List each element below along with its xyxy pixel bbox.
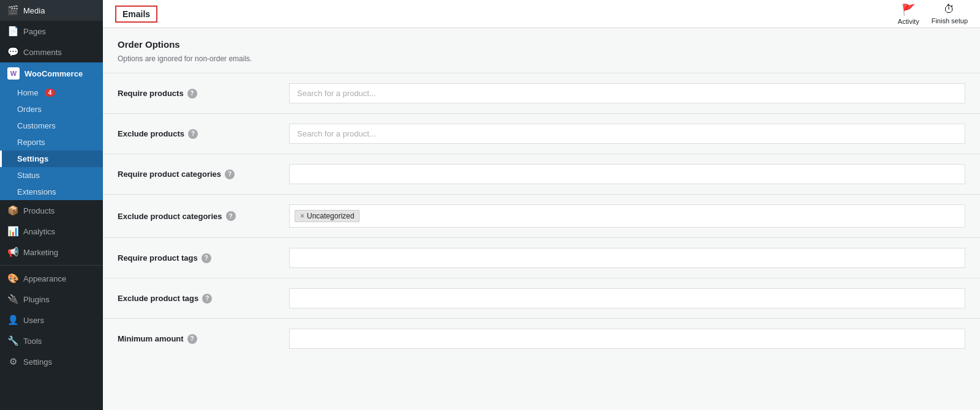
sidebar-item-analytics[interactable]: 📊 Analytics [0,221,103,242]
woocommerce-icon: W [7,67,20,80]
sidebar-item-comments[interactable]: 💬 Comments [0,42,103,62]
topbar: Emails 🚩 Activity ⏱ Finish setup [103,0,980,28]
settings-label: Settings [17,154,48,163]
exclude-tags-label: Exclude product tags [118,294,198,303]
exclude-tags-input[interactable] [289,288,965,308]
table-row: Require products ? [103,73,980,114]
tag-label: Uncategorized [307,212,354,220]
analytics-label: Analytics [23,227,55,236]
table-row: Exclude product categories ? × Uncategor… [103,195,980,238]
sidebar-item-pages-label: Pages [23,27,46,36]
exclude-tags-input-cell [274,278,980,319]
require-products-input-cell [274,73,980,114]
minimum-amount-label-cell: Minimum amount ? [103,319,274,359]
topbar-right: 🚩 Activity ⏱ Finish setup [898,3,968,25]
sidebar-item-settings[interactable]: Settings [0,151,103,167]
marketing-label: Marketing [23,248,58,257]
section-subtitle: Options are ignored for non-order emails… [103,54,980,73]
exclude-tags-label-inner: Exclude product tags ? [118,294,260,304]
exclude-categories-tag-input[interactable]: × Uncategorized [289,204,965,228]
require-categories-help-icon[interactable]: ? [225,170,235,179]
sidebar-item-customers[interactable]: Customers [0,117,103,134]
sidebar-item-home[interactable]: Home 4 [0,84,103,101]
status-label: Status [17,171,40,180]
sidebar-item-products[interactable]: 📦 Products [0,200,103,221]
require-products-help-icon[interactable]: ? [187,89,197,99]
remove-tag-icon[interactable]: × [300,212,304,220]
minimum-amount-input[interactable] [289,329,965,349]
sidebar-item-reports[interactable]: Reports [0,134,103,151]
sidebar-item-marketing[interactable]: 📢 Marketing [0,242,103,263]
minimum-amount-label: Minimum amount [118,334,184,343]
require-tags-help-icon[interactable]: ? [202,253,211,263]
sidebar-item-plugins[interactable]: 🔌 Plugins [0,289,103,310]
orders-label: Orders [17,105,42,114]
reports-label: Reports [17,138,45,147]
exclude-tags-help-icon[interactable]: ? [202,294,212,304]
require-tags-label-inner: Require product tags ? [118,253,260,263]
sidebar: 🎬 Media 📄 Pages 💬 Comments W WooCommerce… [0,0,103,410]
require-products-label-cell: Require products ? [103,73,274,114]
home-label: Home [17,88,39,97]
settings2-icon: ⚙ [7,356,18,367]
require-tags-input-cell [274,238,980,278]
main-area: Emails 🚩 Activity ⏱ Finish setup Order O… [103,0,980,410]
exclude-products-label: Exclude products [118,129,184,138]
require-tags-label: Require product tags [118,253,198,263]
sidebar-item-status[interactable]: Status [0,167,103,184]
woocommerce-section: W WooCommerce Home 4 Orders Customers Re… [0,62,103,200]
pages-icon: 📄 [7,26,18,37]
woocommerce-header[interactable]: W WooCommerce [0,62,103,84]
sidebar-item-users[interactable]: 👤 Users [0,310,103,330]
require-categories-label-inner: Require product categories ? [118,170,260,179]
emails-tab[interactable]: Emails [115,6,157,23]
activity-icon: 🚩 [902,3,915,17]
require-categories-label-cell: Require product categories ? [103,154,274,195]
sidebar-item-appearance[interactable]: 🎨 Appearance [0,268,103,289]
sidebar-item-tools[interactable]: 🔧 Tools [0,330,103,351]
products-label: Products [23,206,55,215]
sidebar-item-media[interactable]: 🎬 Media [0,0,103,21]
exclude-products-help-icon[interactable]: ? [188,129,198,139]
plugins-icon: 🔌 [7,294,18,305]
finish-setup-label: Finish setup [932,17,968,24]
uncategorized-tag: × Uncategorized [295,210,360,222]
finish-setup-button[interactable]: ⏱ Finish setup [932,3,968,24]
exclude-tags-label-cell: Exclude product tags ? [103,278,274,319]
minimum-amount-help-icon[interactable]: ? [187,334,197,344]
marketing-icon: 📢 [7,247,18,258]
require-categories-label: Require product categories [118,170,221,179]
require-categories-input-cell [274,154,980,195]
table-row: Require product tags ? [103,238,980,278]
sidebar-item-extensions[interactable]: Extensions [0,184,103,200]
require-tags-input[interactable] [289,248,965,268]
exclude-categories-label: Exclude product categories [118,212,222,221]
exclude-products-input[interactable] [289,124,965,144]
exclude-categories-label-inner: Exclude product categories ? [118,211,260,221]
sidebar-item-comments-label: Comments [23,48,62,57]
products-icon: 📦 [7,205,18,216]
require-categories-input[interactable] [289,164,965,184]
comments-icon: 💬 [7,47,18,58]
sidebar-item-orders[interactable]: Orders [0,101,103,117]
analytics-icon: 📊 [7,226,18,237]
require-products-label-inner: Require products ? [118,89,260,99]
appearance-icon: 🎨 [7,273,18,284]
exclude-products-input-cell [274,114,980,154]
require-products-label: Require products [118,89,184,98]
content-area: Order Options Options are ignored for no… [103,28,980,410]
sidebar-item-settings2[interactable]: ⚙ Settings [0,351,103,372]
sidebar-item-pages[interactable]: 📄 Pages [0,21,103,42]
home-badge: 4 [45,89,56,97]
exclude-categories-label-cell: Exclude product categories ? [103,195,274,238]
woocommerce-subitems: Home 4 Orders Customers Reports Settings… [0,84,103,200]
table-row: Exclude products ? [103,114,980,154]
users-label: Users [23,316,44,325]
users-icon: 👤 [7,315,18,326]
require-products-input[interactable] [289,83,965,103]
require-tags-label-cell: Require product tags ? [103,238,274,278]
appearance-label: Appearance [23,274,66,283]
exclude-categories-help-icon[interactable]: ? [226,211,236,221]
activity-button[interactable]: 🚩 Activity [898,3,919,25]
minimum-amount-input-cell [274,319,980,359]
